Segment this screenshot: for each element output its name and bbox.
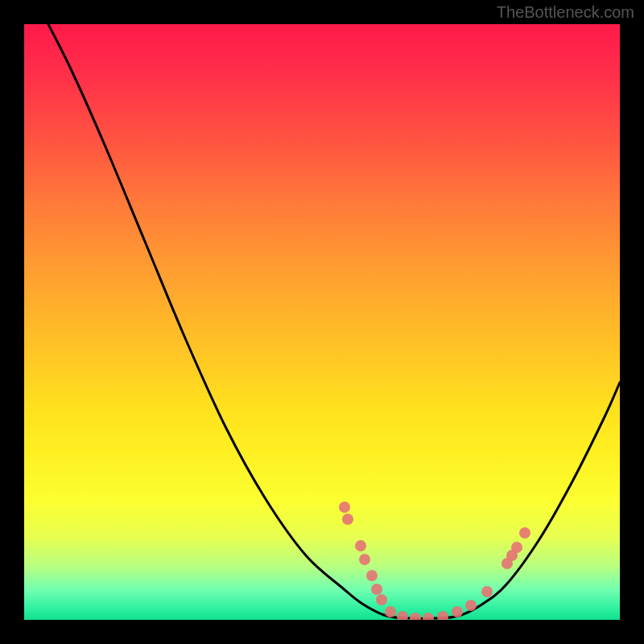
data-dot	[385, 606, 396, 617]
data-dot	[342, 514, 353, 525]
bottleneck-curve	[48, 24, 620, 618]
data-dot	[481, 586, 493, 597]
chart-svg	[24, 24, 620, 620]
data-dot	[519, 527, 530, 539]
data-dot	[359, 554, 370, 565]
data-dot	[423, 613, 434, 620]
data-dot	[355, 540, 366, 551]
data-dot	[371, 584, 382, 595]
data-dot	[511, 542, 522, 553]
data-dot	[366, 570, 378, 581]
data-dot	[437, 611, 448, 620]
data-dot	[397, 611, 408, 620]
watermark-text: TheBottleneck.com	[497, 3, 634, 22]
data-dot	[410, 613, 421, 620]
data-dots-group	[339, 502, 530, 620]
data-dot	[376, 594, 387, 605]
curve-group	[48, 24, 620, 618]
data-dot	[465, 600, 477, 611]
data-dot	[452, 606, 463, 617]
data-dot	[339, 502, 350, 513]
plot-area	[24, 24, 620, 620]
